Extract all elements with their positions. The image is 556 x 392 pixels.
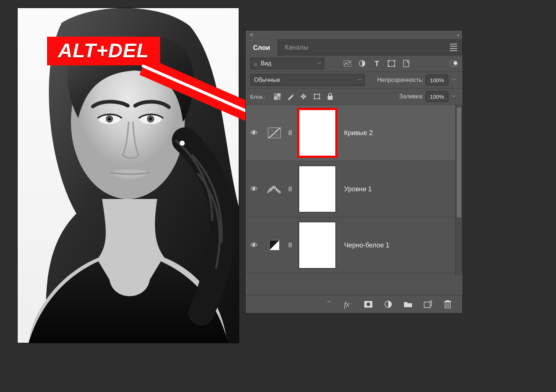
new-adjustment-icon[interactable] <box>384 300 393 309</box>
chevron-down-icon[interactable]: ﹀ <box>451 77 458 83</box>
fill-input[interactable] <box>426 91 448 102</box>
layers-panel: ✕ ‹‹ Слои Каналы ⌕ Вид ﹀ T <box>245 30 463 313</box>
layer-list: 👁 8 Кривые 2 👁 8 <box>246 105 462 275</box>
layer-fx-icon[interactable]: fx﹀ <box>344 300 353 309</box>
svg-point-12 <box>349 62 350 63</box>
lock-fill-row: Блок.: ✥ Заливка: ﹀ <box>246 88 462 105</box>
layer-mask-thumbnail[interactable] <box>299 166 336 213</box>
layers-bottom-toolbar: ⌒ fx﹀ <box>246 295 462 313</box>
curves-icon[interactable] <box>267 127 282 139</box>
blend-opacity-row: Обычные ﹀ Непрозрачность: ﹀ <box>246 72 462 88</box>
visibility-icon[interactable]: 👁 <box>246 129 263 137</box>
lock-paint-icon[interactable] <box>287 93 294 100</box>
chevron-down-icon: ﹀ <box>355 77 364 83</box>
svg-rect-21 <box>274 93 277 97</box>
layer-row[interactable]: 👁 8 Уровни 1 <box>246 161 462 217</box>
new-group-icon[interactable] <box>404 300 412 309</box>
filter-shape-icon[interactable] <box>387 59 396 68</box>
svg-rect-16 <box>394 60 395 62</box>
mask-link-icon[interactable]: 8 <box>287 242 293 249</box>
black-white-icon[interactable] <box>267 239 282 251</box>
layer-filter-label: Вид <box>261 60 315 67</box>
panel-collapse-icon[interactable]: ‹‹ <box>457 32 459 38</box>
filter-toggle[interactable] <box>450 61 458 66</box>
blend-mode-dropdown[interactable]: Обычные ﹀ <box>250 74 365 86</box>
layer-filter-dropdown[interactable]: ⌕ Вид ﹀ <box>250 58 324 69</box>
lock-position-icon[interactable]: ✥ <box>300 93 307 100</box>
svg-rect-15 <box>388 60 389 62</box>
svg-rect-22 <box>277 97 281 100</box>
new-layer-icon[interactable] <box>423 300 432 309</box>
svg-rect-17 <box>388 65 389 67</box>
layer-mask-thumbnail[interactable] <box>299 222 336 269</box>
opacity-input[interactable] <box>426 75 448 86</box>
svg-rect-28 <box>328 96 333 100</box>
search-icon: ⌕ <box>250 61 261 67</box>
filter-pixel-icon[interactable] <box>343 59 351 68</box>
svg-rect-43 <box>444 301 451 302</box>
visibility-icon[interactable]: 👁 <box>246 185 263 193</box>
lock-label: Блок.: <box>250 94 266 100</box>
layer-filter-row: ⌕ Вид ﹀ T <box>246 55 462 72</box>
mask-link-icon[interactable]: 8 <box>287 129 293 137</box>
panel-menu-icon[interactable] <box>450 44 457 51</box>
lock-transparency-icon[interactable] <box>274 93 281 100</box>
svg-point-36 <box>367 302 370 306</box>
visibility-icon[interactable]: 👁 <box>246 241 263 250</box>
svg-point-4 <box>108 117 111 120</box>
svg-rect-11 <box>344 61 351 66</box>
layer-mask-thumbnail[interactable] <box>299 109 336 156</box>
svg-point-7 <box>149 117 152 120</box>
svg-rect-23 <box>314 94 319 99</box>
fill-label: Заливка: <box>399 93 423 100</box>
panel-tabs: Слои Каналы <box>246 40 462 55</box>
svg-rect-44 <box>446 300 449 301</box>
opacity-label: Непрозрачность: <box>377 77 423 83</box>
lock-all-icon[interactable] <box>326 93 334 100</box>
layer-scrollbar[interactable] <box>455 105 462 275</box>
layer-row[interactable]: 👁 8 Черно-белое 1 <box>246 217 462 273</box>
tab-channels[interactable]: Каналы <box>277 40 315 55</box>
blend-mode-label: Обычные <box>250 77 355 83</box>
layer-name[interactable]: Кривые 2 <box>344 129 373 137</box>
mask-link-icon[interactable]: 8 <box>287 185 293 193</box>
add-mask-icon[interactable] <box>364 300 373 309</box>
layer-name[interactable]: Черно-белое 1 <box>344 242 389 249</box>
tab-layers[interactable]: Слои <box>246 40 277 55</box>
levels-icon[interactable] <box>267 183 282 195</box>
filter-smart-icon[interactable] <box>402 59 410 68</box>
delete-layer-icon[interactable] <box>443 300 452 309</box>
lock-artboard-icon[interactable] <box>313 93 321 100</box>
link-layers-icon[interactable]: ⌒ <box>324 300 333 309</box>
layer-name[interactable]: Уровни 1 <box>344 185 372 193</box>
svg-rect-19 <box>404 60 409 67</box>
shortcut-callout: ALT+DEL <box>47 37 160 65</box>
chevron-down-icon: ﹀ <box>315 61 324 67</box>
chevron-down-icon[interactable]: ﹀ <box>451 94 458 100</box>
svg-rect-18 <box>394 65 395 67</box>
filter-adjust-icon[interactable] <box>358 59 366 68</box>
filter-type-icon[interactable]: T <box>373 59 381 68</box>
svg-rect-38 <box>424 302 430 308</box>
layer-row[interactable]: 👁 8 Кривые 2 <box>246 105 462 161</box>
svg-point-8 <box>180 141 185 146</box>
close-icon[interactable]: ✕ <box>249 32 254 38</box>
